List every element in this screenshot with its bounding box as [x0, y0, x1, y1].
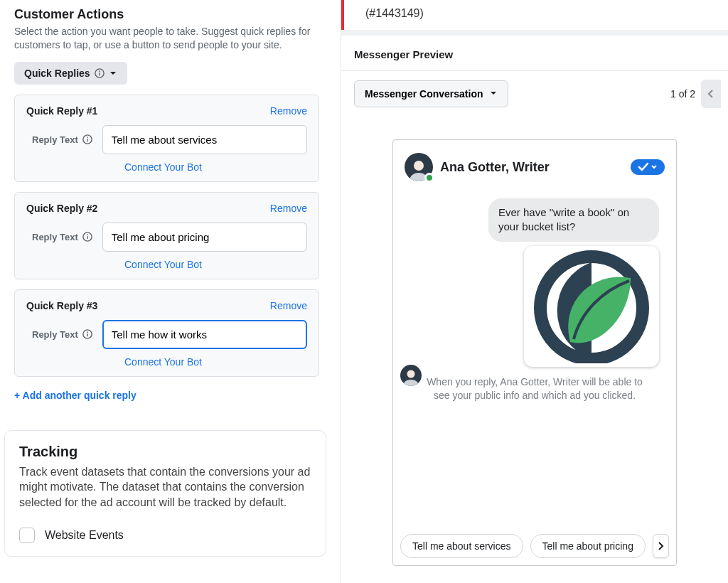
error-strip: (#1443149) [341, 0, 728, 30]
preview-pager: 1 of 2 [670, 80, 721, 108]
preview-area: Ana Gotter, Writer Ever have "write a bo… [341, 118, 728, 583]
website-events-label: Website Events [45, 529, 124, 542]
verified-pill-icon [631, 159, 665, 175]
preview-header: Messenger Preview Messenger Conversation… [341, 36, 728, 118]
chat-body: Ever have "write a book" on your bucket … [393, 188, 676, 527]
avatar [405, 153, 433, 181]
connect-bot-link[interactable]: Connect Your Bot [124, 356, 307, 368]
svg-rect-4 [87, 139, 87, 141]
error-code: (#1443149) [365, 7, 424, 19]
customer-actions-desc: Select the action you want people to tak… [14, 25, 319, 52]
quick-replies-label: Quick Replies [24, 68, 90, 79]
scroll-right-button[interactable] [653, 534, 669, 558]
quick-reply-card: Quick Reply #1 Remove Reply Text Connect… [14, 95, 319, 182]
website-events-checkbox[interactable] [19, 528, 35, 543]
remove-link[interactable]: Remove [270, 203, 307, 214]
left-settings-panel: Customer Actions Select the action you w… [0, 0, 341, 583]
reply-text-label: Reply Text [26, 329, 92, 340]
customer-actions-section: Customer Actions Select the action you w… [0, 7, 333, 402]
tracking-section: Tracking Track event datasets that conta… [4, 430, 326, 557]
connect-bot-link[interactable]: Connect Your Bot [124, 259, 307, 270]
svg-rect-10 [87, 333, 87, 336]
caret-down-icon [109, 69, 117, 77]
tracking-title: Tracking [19, 444, 311, 460]
remove-link[interactable]: Remove [270, 300, 307, 311]
quick-replies-dropdown[interactable]: Quick Replies [14, 62, 127, 85]
chat-header: Ana Gotter, Writer [393, 140, 676, 188]
quick-reply-title: Quick Reply #2 [26, 203, 97, 214]
svg-point-2 [99, 70, 100, 72]
quick-reply-chip[interactable]: Tell me about services [400, 534, 523, 558]
caret-down-icon [489, 88, 498, 100]
reply-text-label: Reply Text [26, 232, 92, 242]
sender-avatar [400, 365, 422, 386]
quick-reply-title: Quick Reply #1 [26, 105, 97, 117]
quick-reply-card: Quick Reply #3 Remove Reply Text Connect… [14, 289, 319, 377]
add-quick-reply-link[interactable]: + Add another quick reply [14, 390, 136, 401]
chat-quick-reply-bar: Tell me about services Tell me about pri… [393, 527, 676, 565]
reply-text-input[interactable] [102, 320, 307, 349]
online-status-dot [424, 173, 434, 183]
reply-text-label: Reply Text [26, 134, 92, 145]
info-icon [95, 68, 105, 78]
messenger-preview-frame: Ana Gotter, Writer Ever have "write a bo… [392, 139, 677, 566]
preview-title: Messenger Preview [341, 48, 728, 71]
reply-text-input[interactable] [102, 223, 307, 252]
message-bubble: Ever have "write a book" on your bucket … [488, 198, 659, 242]
pager-text: 1 of 2 [670, 88, 695, 100]
privacy-disclosure: When you reply, Ana Gotter, Writer will … [405, 367, 665, 403]
connect-bot-link[interactable]: Connect Your Bot [124, 161, 307, 173]
svg-point-14 [407, 370, 415, 378]
quick-reply-chip[interactable]: Tell me about pricing [530, 534, 646, 558]
message-image [524, 246, 659, 367]
svg-point-12 [414, 161, 424, 171]
info-icon [82, 232, 92, 242]
customer-actions-title: Customer Actions [14, 7, 319, 22]
page-name: Ana Gotter, Writer [440, 160, 550, 175]
prev-page-button[interactable] [701, 80, 721, 108]
svg-point-5 [87, 137, 88, 138]
info-icon [82, 134, 92, 144]
svg-rect-1 [99, 73, 100, 75]
tracking-desc: Track event datasets that contain the co… [19, 464, 311, 510]
svg-point-11 [87, 331, 88, 333]
reply-text-input[interactable] [102, 125, 307, 154]
svg-rect-7 [87, 236, 87, 239]
remove-link[interactable]: Remove [270, 105, 307, 117]
quick-reply-title: Quick Reply #3 [26, 300, 97, 311]
website-events-row[interactable]: Website Events [19, 528, 311, 543]
right-preview-panel: (#1443149) Messenger Preview Messenger C… [341, 0, 728, 583]
preview-type-label: Messenger Conversation [365, 88, 483, 100]
preview-type-dropdown[interactable]: Messenger Conversation [354, 80, 508, 107]
quick-reply-card: Quick Reply #2 Remove Reply Text Connect… [14, 192, 319, 279]
info-icon [82, 329, 92, 339]
svg-point-8 [87, 234, 88, 235]
